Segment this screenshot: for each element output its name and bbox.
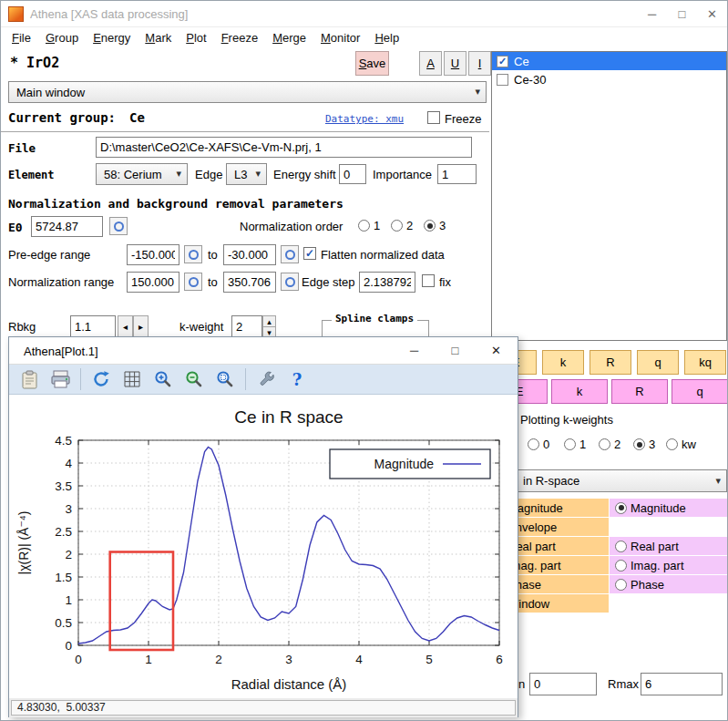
plot-marked-r-button[interactable]: R bbox=[590, 350, 631, 375]
energy-shift-label: Energy shift bbox=[273, 168, 336, 181]
datatype-link[interactable]: Datatype: xmu bbox=[325, 113, 404, 125]
plot-toolbar bbox=[9, 365, 518, 395]
toolbar-separator bbox=[245, 368, 246, 390]
kweight-option-1[interactable]: 1 bbox=[564, 438, 586, 451]
menu-item-energy[interactable]: Energy bbox=[86, 28, 138, 49]
menu-item-file[interactable]: File bbox=[5, 28, 38, 49]
element-dropdown[interactable]: 58: Cerium bbox=[96, 163, 188, 185]
normrange-to-pluck-button[interactable] bbox=[281, 273, 299, 291]
group-item-ce-30[interactable]: Ce-30 bbox=[492, 70, 726, 88]
preedge-from-pluck-button[interactable] bbox=[184, 245, 202, 263]
r-part-option-real-part[interactable]: Real part bbox=[610, 537, 727, 555]
zoom-out-icon[interactable] bbox=[183, 368, 205, 390]
kweight-input[interactable] bbox=[231, 315, 262, 338]
menu-item-freeze[interactable]: Freeze bbox=[214, 28, 265, 49]
radio-icon bbox=[615, 560, 627, 572]
plot-marked-k-button[interactable]: k bbox=[542, 350, 584, 375]
freeze-checkbox[interactable] bbox=[427, 111, 440, 124]
export-plot-icon[interactable] bbox=[49, 368, 71, 390]
rbkg-decrement-button[interactable] bbox=[118, 315, 133, 338]
plot-titlebar: Athena[Plot.1] ─ □ ✕ bbox=[9, 337, 518, 365]
menu-item-monitor[interactable]: Monitor bbox=[313, 28, 367, 49]
kweight-option-kw[interactable]: kw bbox=[666, 438, 696, 451]
preedge-to-input[interactable] bbox=[223, 244, 276, 265]
menu-item-group[interactable]: Group bbox=[38, 28, 86, 49]
maximize-icon[interactable]: □ bbox=[667, 1, 697, 27]
plot-current-q-button[interactable]: q bbox=[672, 379, 728, 404]
rbkg-input[interactable] bbox=[70, 315, 116, 338]
kweight-option-0[interactable]: 0 bbox=[528, 438, 549, 451]
normrange-to-input[interactable] bbox=[223, 272, 276, 293]
replot-refresh-icon[interactable] bbox=[90, 368, 112, 390]
e0-pluck-button[interactable] bbox=[109, 217, 128, 235]
group-checkbox-checked-icon[interactable] bbox=[497, 56, 508, 67]
mark-all-button[interactable]: A bbox=[419, 51, 442, 76]
r-part-option-phase[interactable]: Phase bbox=[610, 575, 727, 593]
svg-text:5: 5 bbox=[426, 653, 433, 666]
menu-item-help[interactable]: Help bbox=[367, 28, 406, 49]
group-checkbox-icon[interactable] bbox=[497, 74, 508, 86]
svg-text:4.5: 4.5 bbox=[55, 434, 72, 448]
normrange-from-input[interactable] bbox=[127, 272, 179, 293]
normrange-from-pluck-button[interactable] bbox=[184, 273, 202, 291]
preedge-to-pluck-button[interactable] bbox=[281, 245, 299, 263]
rmax-input[interactable] bbox=[641, 673, 723, 695]
file-input[interactable] bbox=[96, 137, 472, 158]
plot-minimize-icon[interactable]: ─ bbox=[399, 337, 429, 364]
group-item-ce[interactable]: Ce bbox=[492, 52, 726, 70]
groups-list[interactable]: Ce Ce-30 bbox=[491, 51, 727, 341]
plot-current-k-button[interactable]: k bbox=[551, 379, 608, 404]
svg-text:2: 2 bbox=[65, 548, 72, 561]
preedge-from-input[interactable] bbox=[127, 244, 179, 265]
kweight-option-3[interactable]: 3 bbox=[633, 438, 655, 451]
norm-order-option-2[interactable]: 2 bbox=[391, 219, 413, 232]
plot-marked-kq-button[interactable]: kq bbox=[684, 350, 726, 375]
minimize-icon[interactable]: ─ bbox=[637, 1, 667, 27]
kweight-0-label: 0 bbox=[543, 438, 549, 451]
flatten-checkbox[interactable] bbox=[303, 247, 316, 260]
edge-dropdown[interactable]: L3 bbox=[226, 163, 267, 185]
kweight-kw-label: kw bbox=[682, 438, 696, 451]
rmin-input[interactable] bbox=[529, 673, 597, 695]
edge-step-input[interactable] bbox=[359, 272, 415, 293]
plot-current-r-button[interactable]: R bbox=[611, 379, 668, 404]
help-icon[interactable] bbox=[286, 368, 308, 390]
zoom-cursor-icon[interactable] bbox=[214, 368, 236, 390]
fix-edge-step-checkbox[interactable] bbox=[422, 274, 435, 287]
normrange-label: Normalization range bbox=[8, 275, 114, 289]
menu-item-plot[interactable]: Plot bbox=[179, 28, 213, 49]
unmark-all-button[interactable]: U bbox=[444, 51, 467, 76]
svg-text:3.5: 3.5 bbox=[55, 479, 72, 493]
radio-selected-icon bbox=[615, 502, 627, 514]
zoom-in-icon[interactable] bbox=[152, 368, 174, 390]
plot-maximize-icon[interactable]: □ bbox=[440, 337, 470, 364]
grid-toggle-icon[interactable] bbox=[121, 368, 143, 390]
norm-order-option-3[interactable]: 3 bbox=[424, 219, 446, 232]
r-space-chart[interactable]: Ce in R space 012345600.511.522.533.544.… bbox=[9, 395, 518, 698]
e0-input[interactable] bbox=[31, 216, 103, 237]
importance-input[interactable] bbox=[437, 164, 477, 184]
radio-selected-icon bbox=[424, 220, 436, 232]
view-selector-dropdown[interactable]: Main window bbox=[8, 81, 487, 103]
save-button[interactable]: Save bbox=[355, 51, 389, 76]
plot-close-icon[interactable]: ✕ bbox=[481, 337, 511, 364]
plot-space-value: in R-space bbox=[523, 474, 579, 488]
menu-item-merge[interactable]: Merge bbox=[265, 28, 313, 49]
menu-item-mark[interactable]: Mark bbox=[138, 28, 179, 49]
settings-wrench-icon[interactable] bbox=[255, 368, 277, 390]
plot-marked-q-button[interactable]: q bbox=[637, 350, 679, 375]
invert-mark-button[interactable]: I bbox=[468, 51, 491, 76]
energy-shift-input[interactable] bbox=[339, 164, 366, 184]
rbkg-increment-button[interactable] bbox=[133, 315, 149, 338]
kweight-1-label: 1 bbox=[579, 438, 586, 451]
r-part-option-magnitude[interactable]: Magnitude bbox=[610, 499, 727, 517]
pluck-icon bbox=[285, 250, 295, 260]
element-label: Element bbox=[8, 169, 55, 181]
to-label: to bbox=[208, 248, 218, 262]
copy-clipboard-icon[interactable] bbox=[18, 368, 40, 390]
close-icon[interactable]: ✕ bbox=[697, 1, 727, 27]
r-part-option-imag-part[interactable]: Imag. part bbox=[610, 556, 727, 574]
kweight-option-2[interactable]: 2 bbox=[599, 438, 620, 451]
plot-space-dropdown[interactable]: in R-space bbox=[497, 469, 727, 492]
norm-order-option-1[interactable]: 1 bbox=[358, 219, 380, 232]
